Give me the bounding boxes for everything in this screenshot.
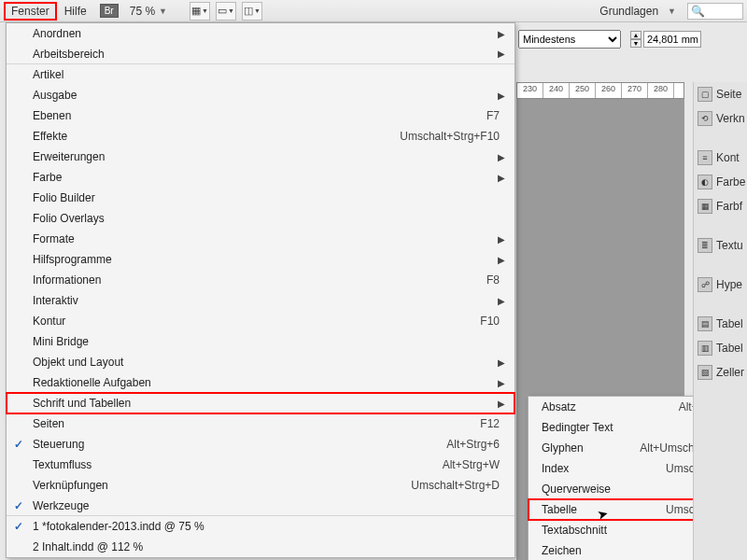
menu-hilfe[interactable]: Hilfe [57, 2, 94, 21]
zoom-level[interactable]: 75 % [130, 5, 155, 18]
view-icon-2[interactable]: ▭▼ [216, 2, 236, 21]
dropdown-icon[interactable]: ▼ [668, 7, 676, 16]
bridge-badge[interactable]: Br [100, 4, 119, 18]
view-icon-1[interactable]: ▦▼ [190, 2, 210, 21]
top-menubar: Fenster Hilfe Br 75 % ▼ ▦▼ ▭▼ ◫▼ Grundla… [0, 0, 747, 22]
menu-fenster[interactable]: Fenster [4, 2, 57, 21]
search-input[interactable]: 🔍 [687, 3, 743, 20]
view-icon-3[interactable]: ◫▼ [242, 2, 262, 21]
dropdown-icon[interactable]: ▼ [159, 7, 167, 16]
workspace-label[interactable]: Grundlagen [599, 5, 658, 18]
